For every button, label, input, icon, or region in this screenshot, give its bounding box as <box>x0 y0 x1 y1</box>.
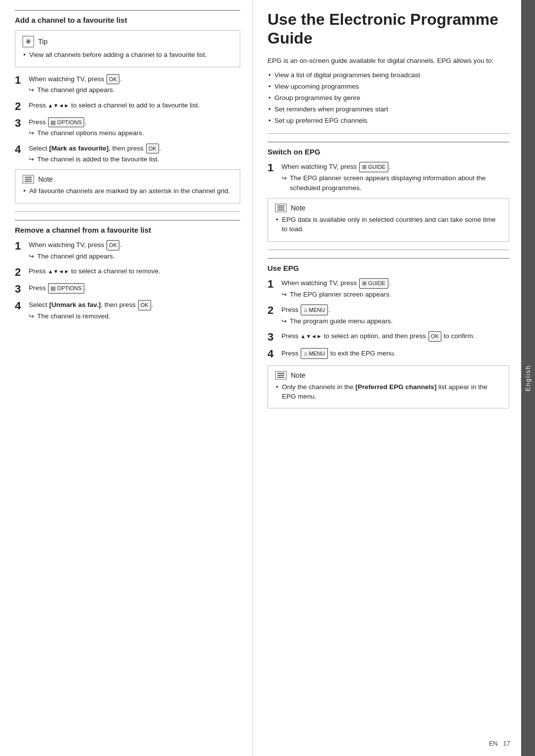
use-step-3-content: Press ▲▼◄► to select an option, and then… <box>281 331 509 342</box>
ok-key-u3: OK <box>428 331 441 342</box>
dpad-icon: ▲▼◄► <box>48 102 69 108</box>
add-step-4-num: 4 <box>15 144 29 155</box>
remove-step-1: 1 When watching TV, press OK. ↪ The chan… <box>15 240 240 261</box>
section-remove-favourite: Remove a channel from a favourite list 1… <box>15 220 240 321</box>
remove-step-2-text: Press ▲▼◄► to select a channel to remove… <box>29 267 160 275</box>
page-footer: EN 17 <box>489 740 510 747</box>
use-note-bullet-1: Only the channels in the [Preferred EPG … <box>275 383 502 402</box>
remove-step-4-text: Select [Unmark as fav.], then press OK. <box>29 301 153 308</box>
menu-key-u2: ⌂ MENU <box>301 304 328 315</box>
add-step-3-text: Press ▤ OPTIONS. <box>29 118 87 126</box>
guide-key-u1: ⊞ GUIDE <box>359 278 388 289</box>
tip-box: ✳ Tip View all channels before adding a … <box>15 30 240 67</box>
epg-feature-list: View a list of digital programmes being … <box>268 71 509 125</box>
use-step-4-content: Press ⌂ MENU to exit the EPG menu. <box>281 348 509 359</box>
section-add-favourite: Add a channel to a favourite list ✳ Tip … <box>15 10 240 203</box>
language-sidebar: English <box>521 0 535 756</box>
note-line-4 <box>277 205 284 206</box>
add-step-2: 2 Press ▲▼◄► to select a channel to add … <box>15 101 240 112</box>
remove-step-4-num: 4 <box>15 300 29 312</box>
grid-icon-u1: ⊞ <box>362 279 367 288</box>
add-step-3-result: ↪ The channel options menu appears. <box>29 128 240 138</box>
switch-step-1: 1 When watching TV, press ⊞ GUIDE. ↪ The… <box>268 162 509 193</box>
add-step-3-content: Press ▤ OPTIONS. ↪ The channel options m… <box>29 117 240 139</box>
section-use-epg: Use EPG 1 When watching TV, press ⊞ GUID… <box>268 258 509 408</box>
epg-feature-3: Group programmes by genre <box>268 94 509 103</box>
note-label-3: Note <box>291 371 306 379</box>
ok-key-r1: OK <box>107 240 119 251</box>
switch-epg-title: Switch on EPG <box>268 142 509 156</box>
arrow-icon-1: ↪ <box>29 85 34 95</box>
note-lines-2 <box>277 205 284 210</box>
note-label-2: Note <box>291 204 306 212</box>
house-icon-u2: ⌂ <box>304 305 307 314</box>
left-column: Add a channel to a favourite list ✳ Tip … <box>0 0 253 756</box>
divider-2 <box>268 133 509 134</box>
arrow-icon-s1: ↪ <box>281 173 287 183</box>
note-icon-1 <box>22 175 34 184</box>
grid-icon-s1: ⊞ <box>362 163 367 171</box>
remove-step-1-text: When watching TV, press OK. <box>29 241 122 249</box>
remove-step-3-text: Press ▤ OPTIONS. <box>29 284 87 292</box>
remove-step-1-content: When watching TV, press OK. ↪ The channe… <box>29 240 240 261</box>
footer-lang: EN <box>489 740 498 747</box>
switch-step-1-result: ↪ The EPG planner screen appears display… <box>281 173 509 194</box>
add-step-1-text: When watching TV, press OK. <box>29 75 122 83</box>
dpad-icon-u3: ▲▼◄► <box>300 333 322 339</box>
use-step-2-content: Press ⌂ MENU. ↪ The program guide menu a… <box>281 304 509 326</box>
epg-main-title: Use the Electronic Programme Guide <box>268 10 509 48</box>
arrow-icon-4: ↪ <box>29 154 34 164</box>
note-lines <box>25 177 32 182</box>
remove-step-3-content: Press ▤ OPTIONS. <box>29 283 240 294</box>
use-step-1-text: When watching TV, press ⊞ GUIDE. <box>281 279 391 287</box>
arrow-icon-u2: ↪ <box>281 316 287 326</box>
use-step-3-text: Press ▲▼◄► to select an option, and then… <box>281 332 475 340</box>
tip-header: ✳ Tip <box>22 36 233 48</box>
divider-1 <box>15 211 240 212</box>
add-step-4-content: Select [Mark as favourite], then press O… <box>29 144 240 165</box>
section-add-title: Add a channel to a favourite list <box>15 10 240 24</box>
note-bullet-1: All favourite channels are marked by an … <box>22 187 233 196</box>
add-step-3-num: 3 <box>15 117 29 129</box>
use-note-bullets: Only the channels in the [Preferred EPG … <box>275 383 502 402</box>
ok-key: OK <box>107 74 119 85</box>
use-epg-title: Use EPG <box>268 258 509 272</box>
switch-note-box: Note EPG data is available only in selec… <box>268 198 509 242</box>
ok-key-4: OK <box>146 144 159 154</box>
note-bullets-1: All favourite channels are marked by an … <box>22 187 233 196</box>
use-step-3: 3 Press ▲▼◄► to select an option, and th… <box>268 331 509 343</box>
tip-label: Tip <box>38 38 48 46</box>
remove-step-4: 4 Select [Unmark as fav.], then press OK… <box>15 300 240 321</box>
use-step-1-content: When watching TV, press ⊞ GUIDE. ↪ The E… <box>281 278 509 300</box>
footer-page: 17 <box>503 740 510 747</box>
note-icon-3 <box>275 371 287 380</box>
note-icon-2 <box>275 203 287 212</box>
remove-step-1-result: ↪ The channel grid appears. <box>29 252 240 261</box>
use-step-4-num: 4 <box>268 348 281 360</box>
use-step-2-text: Press ⌂ MENU. <box>281 306 330 313</box>
switch-note-bullet-1: EPG data is available only in selected c… <box>275 215 502 234</box>
tip-bullets: View all channels before adding a channe… <box>22 50 233 60</box>
remove-step-3-num: 3 <box>15 283 29 295</box>
dpad-icon-r2: ▲▼◄► <box>48 268 69 274</box>
switch-step-1-content: When watching TV, press ⊞ GUIDE. ↪ The E… <box>281 162 509 193</box>
add-note-box: Note All favourite channels are marked b… <box>15 169 240 203</box>
remove-step-1-num: 1 <box>15 240 29 252</box>
add-step-3: 3 Press ▤ OPTIONS. ↪ The channel options… <box>15 117 240 139</box>
note-line-8 <box>277 375 284 376</box>
note-label-1: Note <box>38 175 53 183</box>
remove-step-4-content: Select [Unmark as fav.], then press OK. … <box>29 300 240 321</box>
note-line-3 <box>25 181 32 182</box>
remove-step-2-num: 2 <box>15 266 29 278</box>
add-step-1-num: 1 <box>15 74 29 86</box>
note-line-1 <box>25 177 32 178</box>
note-line-9 <box>277 377 284 378</box>
section-remove-title: Remove a channel from a favourite list <box>15 220 240 234</box>
right-column: Use the Electronic Programme Guide EPG i… <box>253 0 521 756</box>
tip-icon: ✳ <box>22 36 34 48</box>
switch-note-bullets: EPG data is available only in selected c… <box>275 215 502 234</box>
note-line-2 <box>25 179 32 180</box>
page: Add a channel to a favourite list ✳ Tip … <box>0 0 535 756</box>
add-step-1: 1 When watching TV, press OK. ↪ The chan… <box>15 74 240 96</box>
unmark-fav-label: [Unmark as fav.] <box>49 301 101 308</box>
